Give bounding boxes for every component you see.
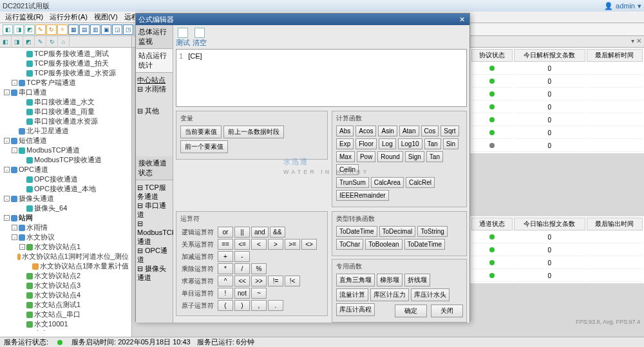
close-icon[interactable]: ✕ <box>457 15 467 24</box>
tree-node[interactable]: - 水雨情 <box>3 223 129 232</box>
op-btn[interactable]: <= <box>234 239 250 250</box>
special-btn[interactable]: 库压计高程 <box>336 303 375 316</box>
tree-node[interactable]: - 水文协议 <box>3 232 129 242</box>
op-btn[interactable]: || <box>234 227 250 238</box>
calc-Abs[interactable]: Abs <box>336 126 354 136</box>
tree-node[interactable]: - ModbusTCP通道 <box>3 145 129 155</box>
tab-overview[interactable]: 总体运行监视 <box>136 25 173 49</box>
op-btn[interactable]: >> <box>251 276 267 286</box>
typeconv-btn[interactable]: ToBoolean <box>365 239 402 250</box>
lp-tab-4[interactable]: ✎ <box>35 36 46 48</box>
calc-Atan[interactable]: Atan <box>399 126 419 136</box>
op-btn[interactable]: . <box>268 300 283 311</box>
op-btn[interactable]: << <box>234 276 250 286</box>
lt-node[interactable]: ⊟ 水雨情 <box>137 84 171 93</box>
tree-node[interactable]: 串口接收通道_雨量 <box>3 107 129 117</box>
tree-node[interactable]: - 串口通道 <box>3 88 129 97</box>
special-btn[interactable]: 梯形堰 <box>377 274 402 286</box>
calc-Round[interactable]: Round <box>377 151 402 162</box>
tree-node[interactable]: 串口接收通道_水文 <box>3 97 129 107</box>
var-btn-1[interactable]: 当前要素值 <box>180 126 222 138</box>
tree-node[interactable]: OPC接收通道_本地 <box>3 184 129 194</box>
op-btn[interactable]: ! <box>218 288 233 299</box>
calc-CalcRel[interactable]: CalcRel <box>406 177 435 188</box>
tree-node[interactable]: ModbusTCP接收通道 <box>3 155 129 165</box>
panel-close-icon[interactable]: ▾ ✕ <box>631 37 641 44</box>
ok-button[interactable]: 确定 <box>395 305 427 317</box>
op-btn[interactable]: <> <box>301 239 317 250</box>
user-name[interactable]: admin <box>616 2 635 10</box>
op-btn[interactable]: ^ <box>218 276 233 286</box>
formula-textarea[interactable]: 1[CE] <box>176 49 467 107</box>
op-btn[interactable]: < <box>251 239 267 250</box>
op-btn[interactable]: > <box>268 239 283 250</box>
lp-tab-3[interactable]: ◩ <box>23 36 35 48</box>
calc-Exp[interactable]: Exp <box>336 138 354 149</box>
tree-node[interactable]: TCP服务接收通道_拍天 <box>3 59 129 68</box>
typeconv-btn[interactable]: ToDecimal <box>379 226 416 237</box>
tree-node[interactable]: 水文10002 <box>3 329 129 331</box>
table-row[interactable]: 0 <box>471 63 643 75</box>
op-btn[interactable]: != <box>268 276 283 286</box>
channel-node[interactable]: ⊟ ModbusTCP通道 <box>137 219 171 246</box>
tree-node[interactable]: 水文协议站点1降水量累计值 <box>3 261 129 271</box>
tree-node[interactable]: - 站网 <box>3 213 129 223</box>
cancel-button[interactable]: 关闭 <box>431 305 463 317</box>
tab-stats[interactable]: 站点运行统计 <box>136 49 173 73</box>
test-button[interactable]: 测试 <box>176 28 190 48</box>
op-btn[interactable]: ~ <box>251 288 267 299</box>
calc-TrunSum[interactable]: TrunSum <box>336 177 369 188</box>
typeconv-btn[interactable]: ToString <box>417 226 448 237</box>
calc-Floor[interactable]: Floor <box>355 138 377 149</box>
special-btn[interactable]: 折线堰 <box>404 274 430 286</box>
op-btn[interactable]: * <box>218 263 233 274</box>
op-btn[interactable]: - <box>234 251 250 262</box>
op-btn[interactable]: / <box>234 263 250 274</box>
tb-11[interactable]: ◲ <box>112 24 122 35</box>
tb-4[interactable]: ✎ <box>35 24 46 35</box>
table-row[interactable]: 0 <box>471 76 643 88</box>
user-dropdown-icon[interactable]: ▾ <box>638 2 641 10</box>
tb-3[interactable]: ◩ <box>24 24 35 35</box>
op-btn[interactable]: >= <box>285 239 300 250</box>
calc-IEEERemainder[interactable]: IEEERemainder <box>336 190 389 201</box>
var-btn-3[interactable]: 前一个要素值 <box>180 140 228 153</box>
channel-node[interactable]: ⊟ OPC通道 <box>137 246 171 264</box>
tb-2[interactable]: ◨ <box>14 24 24 35</box>
op-btn[interactable]: , <box>251 300 267 311</box>
tree-node[interactable]: 北斗卫星通道 <box>3 126 129 136</box>
tree-node[interactable]: - TCP客户端通道 <box>3 78 129 88</box>
lp-tab-2[interactable]: ◨ <box>12 36 23 48</box>
tree-node[interactable]: - 水文协议站点1 <box>3 242 129 252</box>
clear-button[interactable]: 清空 <box>193 28 207 48</box>
calc-Log[interactable]: Log <box>379 138 396 149</box>
typeconv-btn[interactable]: ToDateTime <box>336 226 377 237</box>
var-btn-2[interactable]: 前上一条数据时段 <box>223 126 284 138</box>
tb-7[interactable]: ▦ <box>68 24 79 35</box>
op-btn[interactable]: and <box>251 227 269 238</box>
special-btn[interactable]: 库区计压力 <box>370 288 409 301</box>
op-btn[interactable]: && <box>270 227 285 238</box>
tb-12[interactable]: ◳ <box>123 24 133 35</box>
calc-Asin[interactable]: Asin <box>378 126 397 136</box>
tb-1[interactable]: ◧ <box>3 24 13 35</box>
tree-node[interactable]: TCP服务接收通道_水资源 <box>3 68 129 78</box>
lp-tab-1[interactable]: ◧ <box>0 36 12 48</box>
lp-tab-6[interactable]: ⌂ <box>58 36 70 48</box>
op-btn[interactable]: ( <box>218 300 233 311</box>
channel-node[interactable]: ⊟ 摄像头通道 <box>137 264 171 282</box>
table-row[interactable]: 0 <box>471 245 643 256</box>
calc-Pow[interactable]: Pow <box>357 151 375 162</box>
tree-node[interactable]: OPC接收通道 <box>3 174 129 184</box>
special-btn[interactable]: 库压计水头 <box>411 288 450 301</box>
calc-Log10[interactable]: Log10 <box>398 138 422 149</box>
tree-node[interactable]: 水文10001 <box>3 319 129 329</box>
tree-node[interactable]: TCP服务接收通道_测试 <box>3 49 129 59</box>
tree-node[interactable]: 水文协议站点4 <box>3 290 129 300</box>
table-row[interactable]: 0 <box>471 102 643 113</box>
table-row[interactable]: 0 <box>471 232 643 243</box>
op-btn[interactable]: !< <box>285 276 300 286</box>
typeconv-btn[interactable]: ToChar <box>336 239 363 250</box>
calc-Tan[interactable]: Tan <box>426 151 443 162</box>
nav-tree[interactable]: TCP服务接收通道_测试 TCP服务接收通道_拍天 TCP服务接收通道_水资源-… <box>0 48 131 331</box>
